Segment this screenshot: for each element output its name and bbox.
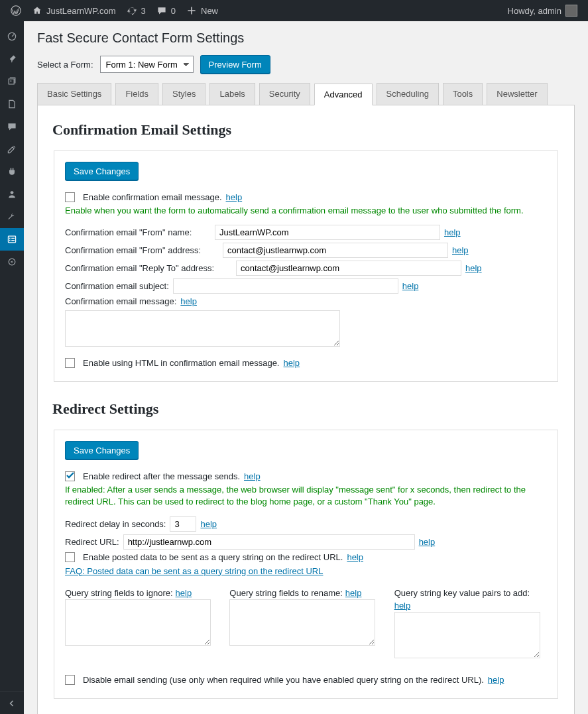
home-icon bbox=[32, 5, 42, 16]
tab-newsletter[interactable]: Newsletter bbox=[487, 83, 547, 105]
from-name-input[interactable] bbox=[215, 225, 440, 240]
tab-styles[interactable]: Styles bbox=[162, 83, 206, 105]
page-icon bbox=[7, 99, 17, 109]
help-link[interactable]: help bbox=[226, 192, 243, 202]
qs-rename-textarea[interactable] bbox=[229, 599, 375, 646]
redirect-heading: Redirect Settings bbox=[52, 400, 559, 418]
enable-html-checkbox[interactable] bbox=[65, 358, 75, 368]
help-link[interactable]: help bbox=[419, 537, 436, 547]
menu-appearance[interactable] bbox=[0, 138, 24, 160]
menu-media[interactable] bbox=[0, 70, 24, 93]
help-link[interactable]: help bbox=[444, 227, 461, 237]
svg-rect-5 bbox=[9, 238, 11, 239]
form-selector[interactable]: Form 1: New Form bbox=[100, 56, 194, 73]
redirect-section: Save Changes Enable redirect after the m… bbox=[54, 430, 558, 698]
tab-labels[interactable]: Labels bbox=[209, 83, 255, 105]
collapse-menu[interactable] bbox=[0, 691, 24, 714]
menu-dashboard[interactable] bbox=[0, 25, 24, 48]
help-link[interactable]: help bbox=[244, 471, 261, 481]
form-icon bbox=[7, 234, 17, 245]
help-link[interactable]: help bbox=[180, 296, 197, 306]
site-name: JustLearnWP.com bbox=[46, 6, 116, 16]
redirect-delay-input[interactable] bbox=[170, 516, 196, 532]
help-link[interactable]: help bbox=[452, 245, 469, 255]
tab-tools[interactable]: Tools bbox=[443, 83, 483, 105]
help-link[interactable]: help bbox=[402, 281, 419, 291]
menu-tools[interactable] bbox=[0, 206, 24, 228]
redirect-url-input[interactable] bbox=[123, 534, 415, 550]
menu-posts[interactable] bbox=[0, 48, 24, 70]
subject-label: Confirmation email subject: bbox=[65, 281, 169, 291]
help-link[interactable]: help bbox=[200, 519, 217, 529]
howdy-text: Howdy, admin bbox=[508, 6, 561, 16]
account-link[interactable]: Howdy, admin bbox=[502, 0, 583, 21]
menu-settings[interactable] bbox=[0, 251, 24, 273]
faq-link[interactable]: FAQ: Posted data can be sent as a query … bbox=[65, 566, 323, 576]
save-changes-button[interactable]: Save Changes bbox=[65, 441, 139, 459]
tab-panel-advanced: Confirmation Email Settings Save Changes… bbox=[37, 105, 575, 714]
avatar bbox=[565, 5, 577, 17]
confirmation-heading: Confirmation Email Settings bbox=[52, 121, 559, 139]
tab-fields[interactable]: Fields bbox=[115, 83, 158, 105]
appearance-icon bbox=[7, 144, 17, 154]
redirect-url-label: Redirect URL: bbox=[65, 537, 119, 547]
menu-pages[interactable] bbox=[0, 93, 24, 115]
site-name-link[interactable]: JustLearnWP.com bbox=[27, 0, 121, 21]
query-string-columns: Query string fields to ignore: help Quer… bbox=[65, 588, 547, 660]
collapse-icon bbox=[7, 698, 17, 709]
menu-fscf[interactable] bbox=[0, 228, 24, 251]
tab-basic[interactable]: Basic Settings bbox=[37, 83, 111, 105]
qs-add-label: Query string key value pairs to add: bbox=[394, 588, 530, 598]
users-icon bbox=[7, 189, 17, 200]
help-link[interactable]: help bbox=[284, 358, 300, 368]
qs-add-textarea[interactable] bbox=[394, 612, 540, 658]
wordpress-icon bbox=[11, 5, 21, 16]
plus-icon bbox=[186, 5, 197, 16]
menu-comments[interactable] bbox=[0, 115, 24, 138]
media-icon bbox=[7, 76, 17, 87]
confirmation-message-textarea[interactable] bbox=[65, 310, 340, 347]
enable-confirmation-label: Enable confirmation email message. bbox=[83, 192, 222, 202]
settings-tabs: Basic Settings Fields Styles Labels Secu… bbox=[37, 83, 575, 105]
preview-form-button[interactable]: Preview Form bbox=[200, 55, 270, 74]
redirect-delay-label: Redirect delay in seconds: bbox=[65, 519, 166, 529]
new-content-link[interactable]: New bbox=[181, 0, 223, 21]
reply-to-input[interactable] bbox=[236, 261, 461, 276]
menu-plugins[interactable] bbox=[0, 160, 24, 183]
update-icon bbox=[127, 5, 137, 16]
tab-security[interactable]: Security bbox=[259, 83, 310, 105]
dashboard-icon bbox=[7, 31, 17, 42]
comments-link[interactable]: 0 bbox=[151, 0, 181, 21]
help-link[interactable]: help bbox=[488, 675, 504, 685]
new-label: New bbox=[201, 6, 218, 16]
comments-icon bbox=[7, 121, 17, 132]
svg-rect-6 bbox=[9, 240, 11, 241]
svg-rect-4 bbox=[8, 236, 15, 243]
updates-link[interactable]: 3 bbox=[121, 0, 151, 21]
subject-input[interactable] bbox=[173, 278, 398, 294]
save-changes-button[interactable]: Save Changes bbox=[65, 162, 139, 180]
from-address-input[interactable] bbox=[223, 243, 448, 258]
settings-icon bbox=[7, 257, 17, 267]
updates-count: 3 bbox=[141, 6, 146, 16]
help-link[interactable]: help bbox=[345, 588, 362, 598]
qs-ignore-textarea[interactable] bbox=[65, 599, 211, 646]
tab-scheduling[interactable]: Scheduling bbox=[377, 83, 439, 105]
select-form-label: Select a Form: bbox=[37, 60, 93, 70]
help-link[interactable]: help bbox=[394, 601, 411, 611]
enable-confirmation-checkbox[interactable] bbox=[65, 192, 75, 202]
help-link[interactable]: help bbox=[347, 552, 363, 562]
message-label: Confirmation email message: bbox=[65, 296, 176, 306]
enable-redirect-checkbox[interactable] bbox=[65, 471, 75, 481]
wp-logo[interactable] bbox=[5, 0, 27, 21]
admin-toolbar: JustLearnWP.com 3 0 New Howdy, admin bbox=[0, 0, 588, 21]
help-link[interactable]: help bbox=[465, 263, 482, 273]
form-select-row: Select a Form: Form 1: New Form Preview … bbox=[37, 55, 575, 74]
tab-advanced[interactable]: Advanced bbox=[314, 84, 373, 105]
disable-email-label: Disable email sending (use only when req… bbox=[83, 675, 484, 685]
svg-point-3 bbox=[11, 191, 14, 194]
menu-users[interactable] bbox=[0, 183, 24, 206]
help-link[interactable]: help bbox=[176, 588, 192, 598]
disable-email-checkbox[interactable] bbox=[65, 675, 75, 685]
enable-query-string-checkbox[interactable] bbox=[65, 552, 75, 562]
